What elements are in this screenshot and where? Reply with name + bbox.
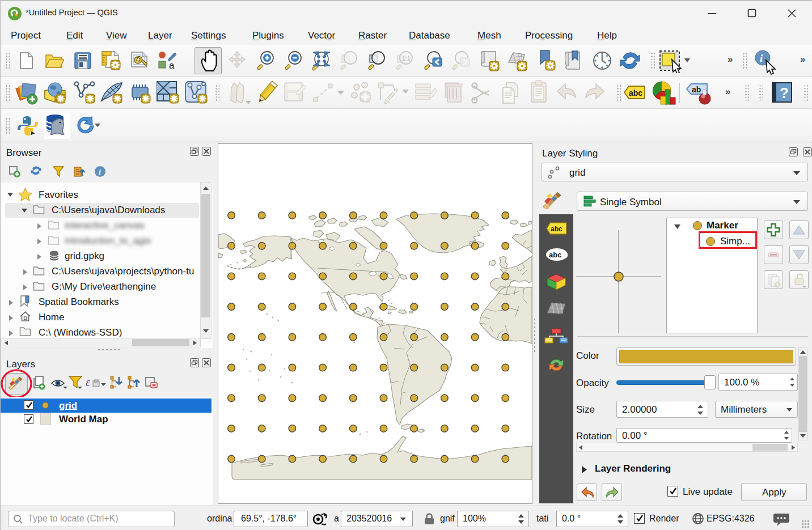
svg-text:i: i	[760, 52, 763, 64]
svg-text:abc: abc	[551, 225, 563, 233]
svg-text:?: ?	[780, 84, 789, 101]
svg-text:1:1: 1:1	[402, 56, 411, 62]
svg-text:i: i	[99, 168, 101, 176]
svg-text:ab: ab	[692, 85, 701, 94]
svg-text:abc: abc	[549, 251, 561, 259]
svg-text:ε: ε	[86, 376, 90, 388]
svg-text:a: a	[169, 60, 175, 70]
svg-text:abc: abc	[629, 88, 642, 97]
